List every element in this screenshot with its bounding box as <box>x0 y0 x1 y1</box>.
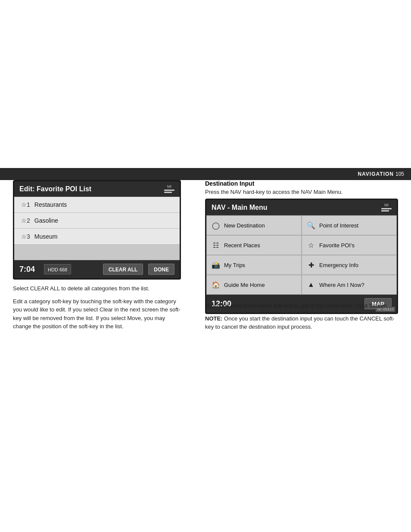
item-label: Museum <box>34 233 58 240</box>
note-label: NOTE: <box>205 315 222 322</box>
star-outline-icon: ☆ <box>306 241 316 249</box>
mi-label: MI <box>167 185 171 189</box>
recent-places-button[interactable]: ☷ Recent Places <box>206 235 302 255</box>
right-heading-subtitle: Press the NAV hard-key to access the NAV… <box>205 189 398 195</box>
clear-all-button[interactable]: CLEAR ALL <box>103 264 143 275</box>
edit-poi-screen: Edit: Favorite POI List MI ☆1 Restaurant… <box>13 180 181 280</box>
body-paragraph-2: Edit a category soft-key by touching the… <box>13 297 181 331</box>
body-paragraph-1: Select CLEAR ALL to delete all categorie… <box>13 284 181 293</box>
right-heading-title: Destination Input <box>205 180 398 187</box>
signal-bar-r1 <box>381 208 392 209</box>
nav-main-screen: NAV - Main Menu MI ◯ New Destination 🔍 <box>205 199 398 314</box>
page-number: 105 <box>395 171 404 177</box>
nav-grid: ◯ New Destination 🔍 Point of Interest ☷ … <box>206 215 397 295</box>
emergency-info-label: Emergency Info <box>319 262 358 268</box>
right-body-note: NOTE: Once you start the destination inp… <box>205 314 398 331</box>
star-icon: ☆2 <box>21 217 30 224</box>
signal-bar-r2 <box>381 210 389 212</box>
location-icon: ▲ <box>306 281 316 289</box>
my-trips-label: My Trips <box>224 262 245 268</box>
where-am-i-label: Where Am I Now? <box>319 282 364 288</box>
where-am-i-button[interactable]: ▲ Where Am I Now? <box>302 275 397 295</box>
item-label: Gasoline <box>34 217 58 224</box>
new-destination-label: New Destination <box>224 222 265 229</box>
left-body-text: Select CLEAR ALL to delete all categorie… <box>13 284 181 335</box>
hdd-text: HDD 668 <box>48 267 67 272</box>
star-icon: ☆1 <box>21 201 30 208</box>
done-button[interactable]: DONE <box>148 264 174 275</box>
hdd-indicator: HDD 668 <box>44 264 71 274</box>
right-panel: Destination Input Press the NAV hard-key… <box>205 180 398 314</box>
screen-footer: 7:04 HDD 668 CLEAR ALL DONE <box>14 260 180 278</box>
mi-indicator: MI <box>164 185 174 193</box>
guide-me-home-button[interactable]: 🏠 Guide Me Home <box>206 275 302 295</box>
screen-header: Edit: Favorite POI List MI <box>14 181 180 197</box>
signal-bars-right <box>381 208 392 212</box>
home-icon: 🏠 <box>211 281 221 289</box>
signal-bar-1 <box>164 190 174 191</box>
new-destination-button[interactable]: ◯ New Destination <box>206 215 302 235</box>
list-item[interactable]: ☆3 Museum <box>14 229 180 245</box>
plus-icon: ✚ <box>306 261 316 269</box>
nav-main-header: NAV - Main Menu MI <box>206 200 397 215</box>
favorite-pois-label: Favorite POI's <box>319 242 355 249</box>
favorite-pois-button[interactable]: ☆ Favorite POI's <box>302 235 397 255</box>
recent-places-label: Recent Places <box>224 242 260 249</box>
list-item[interactable]: ☆2 Gasoline <box>14 213 180 229</box>
signal-bar-2 <box>164 192 172 193</box>
right-body-text: Touch the New Destination soft-key to ge… <box>205 302 398 336</box>
section-label: NAVIGATION <box>358 171 394 177</box>
my-trips-button[interactable]: 📸 My Trips <box>206 255 302 275</box>
poi-label: Point of Interest <box>319 222 358 229</box>
clear-all-label: CLEAR ALL <box>109 267 138 273</box>
mi-label-right: MI <box>384 203 389 207</box>
done-label: DONE <box>154 267 169 273</box>
right-body-para-1: Touch the New Destination soft-key to ge… <box>205 302 398 310</box>
guide-me-home-label: Guide Me Home <box>224 282 265 288</box>
item-label: Restaurants <box>34 201 67 208</box>
nav-bar: NAVIGATION 105 <box>0 168 411 180</box>
note-text: Once you start the destination input you… <box>205 315 395 330</box>
point-of-interest-button[interactable]: 🔍 Point of Interest <box>302 215 397 235</box>
trips-icon: 📸 <box>211 261 221 269</box>
mi-indicator-right: MI <box>381 203 392 212</box>
list-icon: ☷ <box>211 241 221 249</box>
poi-icon: 🔍 <box>306 221 316 230</box>
star-icon: ☆3 <box>21 233 30 240</box>
nav-main-title: NAV - Main Menu <box>212 204 267 212</box>
circle-dot-icon: ◯ <box>211 221 221 230</box>
emergency-info-button[interactable]: ✚ Emergency Info <box>302 255 397 275</box>
list-item[interactable]: ☆1 Restaurants <box>14 197 180 213</box>
empty-row <box>14 245 180 260</box>
signal-bars <box>164 190 174 193</box>
screen-title: Edit: Favorite POI List <box>19 185 91 193</box>
left-panel: Edit: Favorite POI List MI ☆1 Restaurant… <box>13 180 181 280</box>
footer-time: 7:04 <box>19 265 39 274</box>
